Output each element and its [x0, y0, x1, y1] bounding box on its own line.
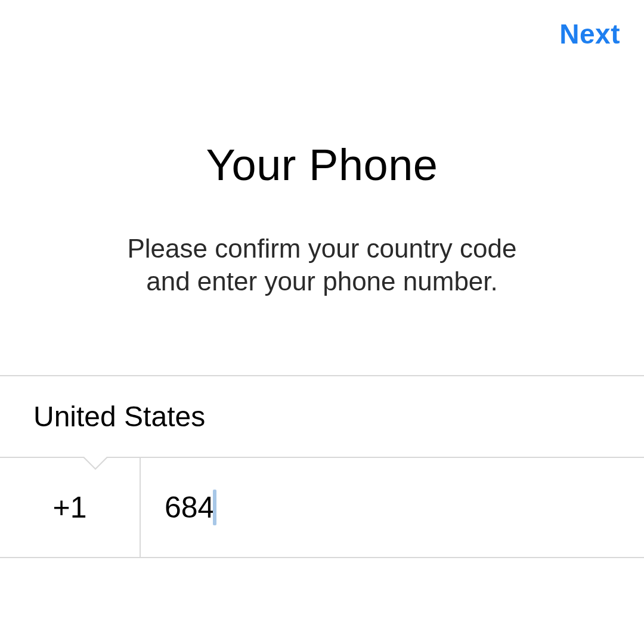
- country-code-value: +1: [52, 490, 86, 525]
- text-caret-icon: [213, 490, 216, 525]
- subtitle-line-1: Please confirm your country code: [128, 234, 517, 263]
- header-bar: Next: [0, 0, 644, 50]
- phone-number-value: 684: [165, 490, 214, 525]
- country-name: United States: [33, 401, 205, 432]
- next-button[interactable]: Next: [559, 18, 620, 50]
- subtitle-line-2: and enter your phone number.: [146, 267, 498, 296]
- phone-row: +1 684: [0, 457, 644, 558]
- page-subtitle: Please confirm your country code and ent…: [36, 232, 608, 298]
- phone-number-cell[interactable]: 684: [141, 458, 644, 557]
- country-code-cell[interactable]: +1: [0, 458, 141, 557]
- page-title: Your Phone: [36, 140, 608, 190]
- phone-number-input[interactable]: 684: [165, 490, 216, 525]
- title-block: Your Phone Please confirm your country c…: [0, 140, 644, 298]
- phone-form: United States +1 684: [0, 375, 644, 558]
- country-select[interactable]: United States: [0, 375, 644, 457]
